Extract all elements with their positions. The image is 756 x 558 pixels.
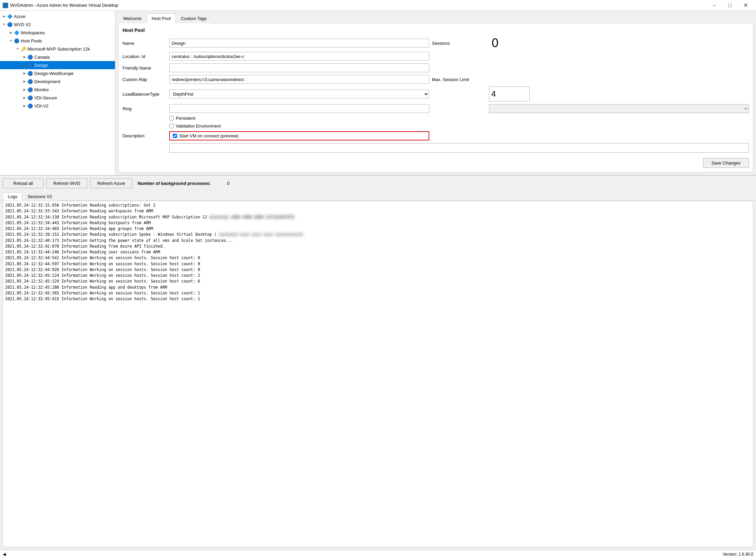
save-changes-button[interactable]: Save Changes: [703, 158, 749, 168]
tab-bar: Welcome Host Pool Custom Tags: [118, 14, 753, 23]
sidebar-item-label: Design: [34, 63, 48, 68]
max-session-label: Max. Session Limit: [432, 77, 486, 82]
sidebar-item-host-pools[interactable]: ▼ 🔵 Host Pools: [0, 37, 115, 45]
sidebar-item-design[interactable]: ▶ 🔵 Design: [0, 61, 115, 69]
sessions-value: 0: [489, 37, 749, 49]
log-line: 2021.05.24-12:32:44:926 Information Work…: [5, 267, 751, 273]
bg-processes-label: Number of background processes:: [138, 181, 211, 186]
expand-icon-design: ▶: [22, 62, 27, 68]
sidebar-item-label: Host Pools: [21, 38, 42, 43]
start-vm-checkbox[interactable]: [173, 134, 177, 138]
persistent-row: Persistent: [169, 116, 429, 121]
sidebar-item-label: Monitor: [34, 87, 49, 92]
node-icon-vdi-secure: 🔵: [27, 95, 33, 101]
node-icon-dwe: 🔵: [27, 70, 33, 76]
log-line: 2021.05.24-12:32:33:343 Information Read…: [5, 208, 751, 214]
expand-icon-azure: ▶: [1, 14, 7, 19]
scroll-left-indicator: ◀: [3, 552, 6, 557]
log-line: 2021.05.24-12:32:40:173 Information Gett…: [5, 238, 751, 244]
expand-icon-mvp-sub: ▼: [15, 46, 20, 52]
upper-section: ▶ 🔷 Azure ▼ 🔵 WVD V2 ▶ 🔷 Workspaces ▼ 🔵 …: [0, 11, 756, 176]
sidebar-item-development[interactable]: ▶ 🔵 Development: [0, 77, 115, 85]
start-vm-label: Start VM on connect (preview): [179, 133, 239, 138]
bottom-buttons: Reload all Refresh WVD Refresh Azure Num…: [0, 176, 756, 191]
sidebar-item-monitor[interactable]: ▶ 🔵 Monitor: [0, 85, 115, 94]
log-line: 2021.05.24-12:32:44:541 Information Work…: [5, 255, 751, 261]
sidebar-item-label: Azure: [14, 14, 25, 19]
location-label: Location, Id: [122, 54, 167, 59]
tab-welcome[interactable]: Welcome: [118, 14, 147, 23]
sidebar-item-label: VDI-Secure: [34, 95, 57, 100]
ring-input[interactable]: [169, 104, 429, 113]
custom-rdp-input[interactable]: [169, 75, 429, 84]
log-content[interactable]: 2021.05.24-12:32:15.656 Information Read…: [3, 201, 753, 547]
titlebar: WVDAdmin - Azure Admin for Windows Virtu…: [0, 0, 756, 11]
wvd-icon: 🔵: [7, 21, 13, 27]
titlebar-title: WVDAdmin - Azure Admin for Windows Virtu…: [10, 3, 118, 8]
tab-logs[interactable]: Logs: [3, 192, 22, 201]
sidebar-item-label: Microsoft MVP Subscription 12k: [27, 46, 90, 52]
persistent-checkbox[interactable]: [169, 116, 174, 120]
sessions-label: Sessions: [432, 41, 486, 46]
log-line: 2021.05.24-12:32:44:597 Information Work…: [5, 261, 751, 267]
max-session-input[interactable]: [489, 86, 530, 101]
node-icon-monitor: 🔵: [27, 86, 33, 93]
log-line: 2021.05.24-12:32:34:465 Information Read…: [5, 226, 751, 232]
expand-icon-wvd-v2: ▼: [1, 22, 7, 27]
empty-select[interactable]: [489, 104, 749, 113]
log-line: 2021.05.24-12:32:45:129 Information Work…: [5, 278, 751, 284]
node-icon-vdi-v2: 🔵: [27, 103, 33, 109]
tab-custom-tags[interactable]: Custom Tags: [176, 14, 212, 23]
expand-icon-design-westeurope: ▶: [22, 71, 27, 76]
tab-sessions-v2[interactable]: Sessions V2: [22, 192, 57, 201]
custom-rdp-label: Custom Rdp: [122, 77, 167, 82]
sidebar-item-label: Canada: [34, 55, 50, 60]
sidebar-item-mvp-sub[interactable]: ▼ 🔑 Microsoft MVP Subscription 12k: [0, 45, 115, 53]
validation-checkbox[interactable]: [169, 124, 174, 128]
tab-host-pool[interactable]: Host Pool: [147, 14, 176, 23]
friendly-name-input[interactable]: [169, 63, 429, 72]
log-line: 2021.05.24-12:32:34:130 Information Read…: [5, 214, 751, 220]
sidebar-item-vdi-secure[interactable]: ▶ 🔵 VDI-Secure: [0, 94, 115, 102]
persistent-label: Persistent: [176, 116, 195, 121]
reload-all-button[interactable]: Reload all: [3, 178, 43, 188]
tree-pane: ▶ 🔷 Azure ▼ 🔵 WVD V2 ▶ 🔷 Workspaces ▼ 🔵 …: [0, 11, 115, 175]
expand-icon-vdi-v2: ▶: [22, 103, 27, 109]
version-label: Version: 1.6.90.0: [723, 552, 753, 557]
log-line: 2021.05.24-12:32:45:415 Information Work…: [5, 296, 751, 302]
expand-icon-host-pools: ▼: [8, 38, 14, 43]
loadbalancer-select[interactable]: DepthFirst BreadthFirst: [169, 90, 429, 98]
sidebar-item-canada[interactable]: ▶ 🔵 Canada: [0, 53, 115, 61]
log-line: 2021.05.24-12:32:45:365 Information Work…: [5, 290, 751, 296]
lower-section: Logs Sessions V2 2021.05.24-12:32:15.656…: [0, 191, 756, 558]
refresh-wvd-button[interactable]: Refresh WVD: [46, 178, 87, 188]
log-line: 2021.05.24-12:32:39:152 Information Read…: [5, 232, 751, 237]
hostpool-icon: 🔵: [14, 38, 20, 44]
close-button[interactable]: ✕: [738, 0, 753, 11]
sidebar-item-wvd-v2[interactable]: ▼ 🔵 WVD V2: [0, 20, 115, 28]
log-line: 2021.05.24-12:32:34:443 Information Read…: [5, 220, 751, 226]
log-tab-bar: Logs Sessions V2: [0, 191, 756, 201]
main-container: ▶ 🔷 Azure ▼ 🔵 WVD V2 ▶ 🔷 Workspaces ▼ 🔵 …: [0, 11, 756, 558]
sidebar-item-design-westeurope[interactable]: ▶ 🔵 Design-WestEurope: [0, 69, 115, 77]
name-input[interactable]: [169, 39, 429, 47]
expand-icon-canada: ▶: [22, 54, 27, 60]
validation-row: Validation Environment: [169, 123, 429, 129]
maximize-button[interactable]: □: [722, 0, 738, 11]
sidebar-item-vdi-v2[interactable]: ▶ 🔵 VDI-V2: [0, 102, 115, 110]
description-input[interactable]: [169, 143, 749, 153]
status-bar: ◀ Version: 1.6.90.0: [0, 550, 756, 558]
log-line: 2021.05.24-12:32:45:124 Information Work…: [5, 273, 751, 278]
refresh-azure-button[interactable]: Refresh Azure: [90, 178, 132, 188]
sidebar-item-label: Development: [34, 79, 60, 84]
location-input[interactable]: [169, 52, 429, 61]
sidebar-item-label: Design-WestEurope: [34, 71, 74, 76]
minimize-button[interactable]: −: [706, 0, 722, 11]
sidebar-item-azure[interactable]: ▶ 🔷 Azure: [0, 12, 115, 20]
name-label: Name: [122, 41, 167, 46]
sidebar-item-label: Workspaces: [21, 30, 45, 35]
expand-icon-workspaces: ▶: [8, 30, 14, 35]
expand-icon-monitor: ▶: [22, 87, 27, 92]
sidebar-item-workspaces[interactable]: ▶ 🔷 Workspaces: [0, 28, 115, 37]
workspace-icon: 🔷: [14, 30, 20, 36]
